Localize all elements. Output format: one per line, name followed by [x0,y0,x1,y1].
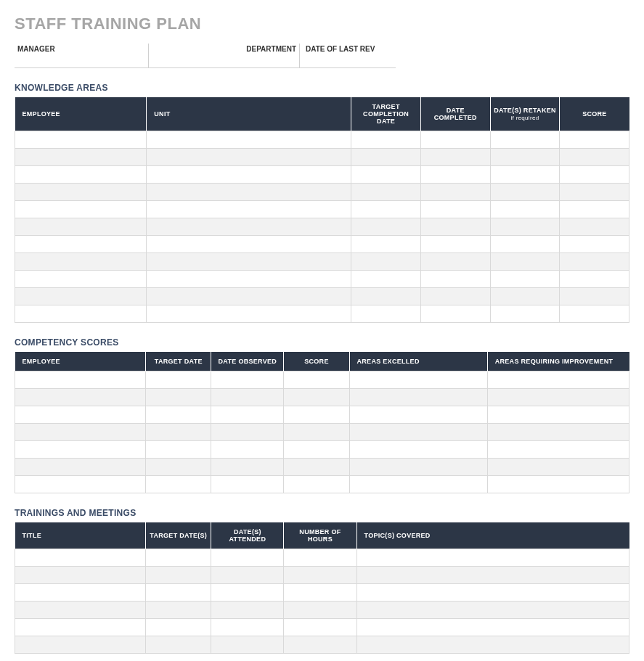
table-cell[interactable] [15,166,147,184]
table-cell[interactable] [560,149,629,166]
table-cell[interactable] [490,236,560,253]
table-cell[interactable] [560,305,629,323]
table-cell[interactable] [420,305,490,323]
table-cell[interactable] [211,406,284,424]
table-cell[interactable] [490,253,560,271]
table-cell[interactable] [211,371,284,389]
table-cell[interactable] [487,424,629,441]
table-cell[interactable] [356,549,629,567]
table-cell[interactable] [146,567,211,584]
table-cell[interactable] [146,459,211,476]
table-cell[interactable] [211,619,284,636]
table-cell[interactable] [15,218,147,236]
table-cell[interactable] [15,271,147,288]
table-cell[interactable] [15,236,147,253]
table-cell[interactable] [560,236,629,253]
table-cell[interactable] [351,253,421,271]
table-cell[interactable] [490,131,560,149]
table-cell[interactable] [420,184,490,201]
table-cell[interactable] [211,584,284,602]
table-cell[interactable] [15,288,147,305]
table-cell[interactable] [211,459,284,476]
table-cell[interactable] [284,424,349,441]
table-cell[interactable] [356,636,629,654]
table-cell[interactable] [15,424,146,441]
table-cell[interactable] [284,549,356,567]
table-cell[interactable] [490,218,560,236]
meta-department-cell[interactable]: DEPARTMENT [149,44,300,68]
table-cell[interactable] [15,619,146,636]
table-cell[interactable] [560,201,629,218]
table-cell[interactable] [147,149,351,166]
table-cell[interactable] [15,201,147,218]
table-cell[interactable] [146,636,211,654]
table-cell[interactable] [560,288,629,305]
table-cell[interactable] [15,131,147,149]
table-cell[interactable] [147,131,351,149]
table-cell[interactable] [147,271,351,288]
table-cell[interactable] [211,476,284,493]
table-cell[interactable] [349,441,487,459]
table-cell[interactable] [284,406,349,424]
table-cell[interactable] [211,441,284,459]
table-cell[interactable] [147,253,351,271]
table-cell[interactable] [487,476,629,493]
table-cell[interactable] [351,288,421,305]
table-cell[interactable] [284,371,349,389]
table-cell[interactable] [147,201,351,218]
table-cell[interactable] [420,271,490,288]
table-cell[interactable] [284,441,349,459]
table-cell[interactable] [211,389,284,406]
table-cell[interactable] [349,424,487,441]
table-cell[interactable] [284,389,349,406]
table-cell[interactable] [351,201,421,218]
table-cell[interactable] [15,584,146,602]
table-cell[interactable] [349,459,487,476]
table-cell[interactable] [15,636,146,654]
table-cell[interactable] [560,271,629,288]
table-cell[interactable] [146,406,211,424]
meta-daterev-cell[interactable]: DATE OF LAST REV [300,44,396,68]
table-cell[interactable] [487,389,629,406]
table-cell[interactable] [351,166,421,184]
table-cell[interactable] [487,441,629,459]
table-cell[interactable] [420,166,490,184]
table-cell[interactable] [146,441,211,459]
table-cell[interactable] [284,619,356,636]
table-cell[interactable] [147,305,351,323]
table-cell[interactable] [15,184,147,201]
table-cell[interactable] [487,459,629,476]
table-cell[interactable] [487,371,629,389]
table-cell[interactable] [146,602,211,619]
table-cell[interactable] [351,131,421,149]
table-cell[interactable] [284,602,356,619]
table-cell[interactable] [15,389,146,406]
table-cell[interactable] [356,567,629,584]
table-cell[interactable] [420,253,490,271]
table-cell[interactable] [211,636,284,654]
table-cell[interactable] [349,371,487,389]
table-cell[interactable] [351,236,421,253]
table-cell[interactable] [147,166,351,184]
table-cell[interactable] [487,406,629,424]
table-cell[interactable] [147,288,351,305]
table-cell[interactable] [146,619,211,636]
table-cell[interactable] [146,424,211,441]
table-cell[interactable] [490,271,560,288]
table-cell[interactable] [490,166,560,184]
table-cell[interactable] [490,288,560,305]
table-cell[interactable] [15,406,146,424]
table-cell[interactable] [211,424,284,441]
table-cell[interactable] [15,149,147,166]
table-cell[interactable] [211,549,284,567]
table-cell[interactable] [284,476,349,493]
table-cell[interactable] [420,149,490,166]
table-cell[interactable] [490,305,560,323]
table-cell[interactable] [284,584,356,602]
table-cell[interactable] [420,201,490,218]
table-cell[interactable] [15,567,146,584]
table-cell[interactable] [420,131,490,149]
table-cell[interactable] [560,253,629,271]
table-cell[interactable] [146,549,211,567]
table-cell[interactable] [15,476,146,493]
